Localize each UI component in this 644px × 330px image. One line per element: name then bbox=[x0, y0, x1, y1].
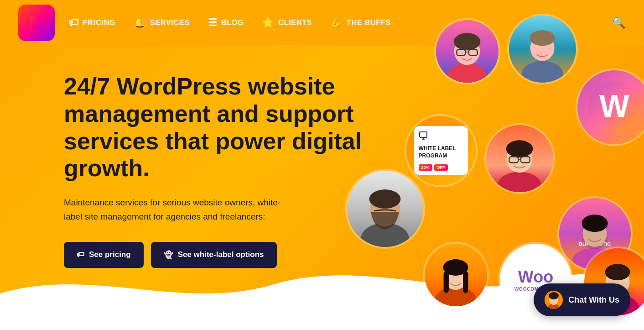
nav-item-services[interactable]: 🔔 SERVICES bbox=[134, 18, 190, 28]
pricing-btn-icon: 🏷 bbox=[77, 250, 84, 259]
blog-icon: ☰ bbox=[208, 18, 218, 28]
nav-item-blog[interactable]: ☰ BLOG bbox=[208, 18, 244, 28]
chat-button[interactable]: Chat With Us bbox=[534, 283, 630, 316]
whitelabel-btn-icon: 👻 bbox=[164, 250, 173, 260]
logo[interactable]: B bbox=[18, 5, 55, 41]
svg-rect-14 bbox=[420, 132, 427, 137]
chat-avatar bbox=[545, 291, 563, 309]
services-icon: 🔔 bbox=[134, 18, 146, 28]
svg-text:B: B bbox=[29, 12, 42, 34]
svg-point-43 bbox=[605, 264, 630, 280]
pricing-icon: 🏷 bbox=[68, 18, 79, 28]
svg-point-27 bbox=[369, 189, 401, 209]
svg-point-47 bbox=[549, 292, 559, 299]
clients-icon: ⭐ bbox=[262, 18, 275, 28]
navigation: B 🏷 PRICING 🔔 SERVICES ☰ BLOG ⭐ CLIENTS … bbox=[0, 0, 644, 46]
svg-rect-38 bbox=[444, 271, 449, 293]
chat-button-label: Chat With Us bbox=[568, 295, 619, 305]
thebuffs-icon: 💪 bbox=[330, 18, 343, 28]
nav-links: 🏷 PRICING 🔔 SERVICES ☰ BLOG ⭐ CLIENTS 💪 … bbox=[68, 18, 612, 28]
svg-rect-39 bbox=[463, 271, 468, 293]
nav-item-thebuffs[interactable]: 💪 THE BUFFS bbox=[330, 18, 391, 28]
avatar-circle-3 bbox=[484, 123, 555, 194]
hero-subtitle: Maintenance services for serious website… bbox=[64, 196, 283, 224]
avatar-circle-6 bbox=[423, 242, 489, 308]
nav-item-pricing[interactable]: 🏷 PRICING bbox=[68, 18, 115, 28]
svg-point-20 bbox=[506, 140, 533, 157]
svg-text:W: W bbox=[599, 89, 629, 124]
wordpress-circle: W bbox=[576, 68, 644, 146]
avatar-circle-4 bbox=[345, 169, 425, 249]
see-whitelabel-button[interactable]: 👻 See white-label options bbox=[151, 242, 277, 268]
nav-item-clients[interactable]: ⭐ CLIENTS bbox=[262, 18, 312, 28]
search-icon[interactable]: 🔍 bbox=[612, 16, 626, 29]
see-pricing-button[interactable]: 🏷 See pricing bbox=[64, 242, 144, 268]
